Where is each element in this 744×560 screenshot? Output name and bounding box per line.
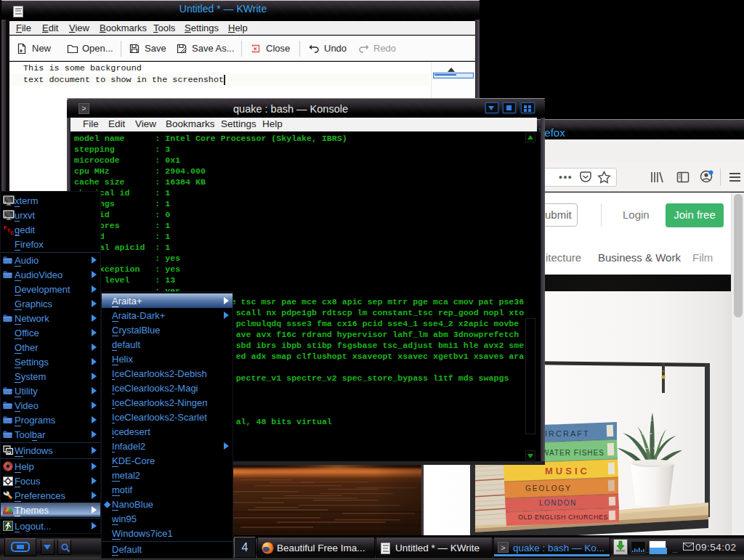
svg-text:MUSIC: MUSIC xyxy=(545,466,590,476)
svg-text:LONDON: LONDON xyxy=(539,499,577,507)
svg-text:IRCRAFT: IRCRAFT xyxy=(545,429,590,438)
svg-text:OLD ENGLISH CHURCHES: OLD ENGLISH CHURCHES xyxy=(518,514,608,521)
svg-text:GEOLOGY: GEOLOGY xyxy=(525,484,572,492)
svg-text:E: E xyxy=(10,230,14,235)
svg-text:WATER FISHES: WATER FISHES xyxy=(542,449,604,457)
